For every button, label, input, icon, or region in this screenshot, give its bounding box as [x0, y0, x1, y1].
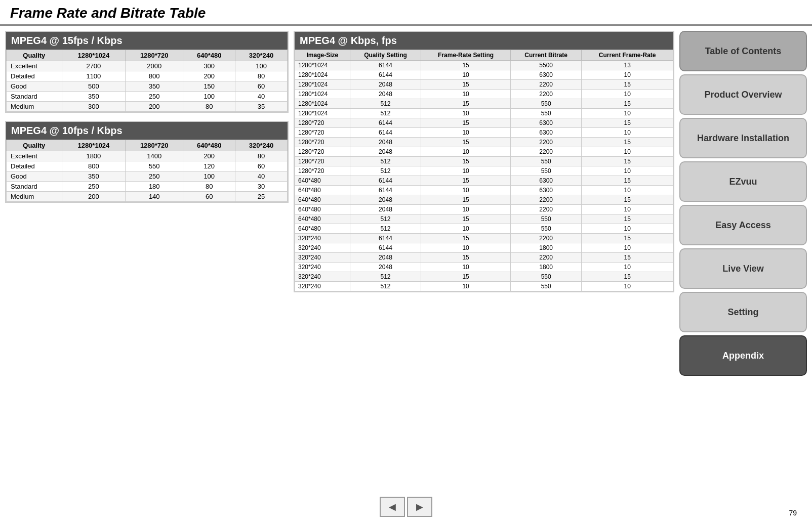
table-row: Good35025010040: [7, 171, 288, 182]
table-row: 1280*720614410630010: [295, 128, 673, 138]
table-row: 1280*720614415630015: [295, 118, 673, 128]
table-row: 1280*1024614410630010: [295, 70, 673, 80]
table-row: 320*240204815220015: [295, 253, 673, 263]
nav-setting-button[interactable]: Setting: [679, 292, 807, 332]
page-number: 79: [789, 509, 797, 517]
table-row: Standard2501808030: [7, 182, 288, 192]
nav-product-overview-button[interactable]: Product Overview: [679, 74, 807, 115]
section1-header: MPEG4 @ 15fps / Kbps: [6, 32, 288, 50]
center-panel: MPEG4 @ Kbps, fps Image-SizeQuality Sett…: [294, 31, 674, 487]
section1-table: Quality1280*10241280*720640*480320*240 E…: [6, 50, 288, 112]
table-row: Good50035015060: [7, 81, 288, 92]
nav-live-view-button[interactable]: Live View: [679, 248, 807, 289]
nav-easy-access-button[interactable]: Easy Access: [679, 205, 807, 245]
table-row: Detailed80055012060: [7, 161, 288, 171]
table-row: 640*480614410630010: [295, 186, 673, 195]
table-row: 640*480204810220010: [295, 205, 673, 214]
table-row: 640*480204815220015: [295, 195, 673, 205]
table-row: 1280*720204815220015: [295, 138, 673, 147]
right-panel: Table of Contents Product Overview Hardw…: [679, 31, 807, 487]
page-header: Frame Rate and Bitrate Table: [0, 0, 812, 26]
center-header: MPEG4 @ Kbps, fps: [295, 32, 673, 50]
table-row: 1280*1024204815220015: [295, 80, 673, 90]
table-row: Excellent27002000300100: [7, 61, 288, 71]
table-row: Detailed110080020080: [7, 71, 288, 81]
table-row: 1280*7205121055010: [295, 166, 673, 176]
nav-appendix-button[interactable]: Appendix: [679, 335, 807, 376]
table-row: 640*4805121555015: [295, 214, 673, 224]
table-row: Excellent1800140020080: [7, 151, 288, 161]
table-row: 320*240614415220015: [295, 234, 673, 243]
table-row: Medium3002008035: [7, 102, 288, 112]
nav-ezvuu-button[interactable]: EZvuu: [679, 161, 807, 202]
table-row: 640*480614415630015: [295, 176, 673, 186]
prev-button[interactable]: ◀: [380, 497, 405, 517]
table-row: 320*240614410180010: [295, 243, 673, 253]
left-panel: MPEG4 @ 15fps / Kbps Quality1280*1024128…: [5, 31, 289, 487]
table-row: 1280*10245121555015: [295, 99, 673, 109]
nav-toc-button[interactable]: Table of Contents: [679, 31, 807, 71]
table-row: 1280*1024614415550013: [295, 61, 673, 70]
table-row: 320*2405121055010: [295, 282, 673, 291]
table-row: Medium2001406025: [7, 192, 288, 202]
table-row: 640*4805121055010: [295, 224, 673, 234]
section2-table: Quality1280*10241280*720640*480320*240 E…: [6, 140, 288, 202]
table-row: 1280*7205121555015: [295, 157, 673, 166]
nav-hardware-installation-button[interactable]: Hardware Installation: [679, 118, 807, 158]
page-title: Frame Rate and Bitrate Table: [10, 5, 206, 21]
section1-wrapper: MPEG4 @ 15fps / Kbps Quality1280*1024128…: [5, 31, 289, 113]
table-row: Standard35025010040: [7, 92, 288, 102]
next-button[interactable]: ▶: [407, 497, 432, 517]
table-row: 1280*10245121055010: [295, 109, 673, 118]
table-row: 320*240204810180010: [295, 263, 673, 272]
center-wrapper: MPEG4 @ Kbps, fps Image-SizeQuality Sett…: [294, 31, 674, 292]
main-content: MPEG4 @ 15fps / Kbps Quality1280*1024128…: [0, 26, 812, 492]
section2-wrapper: MPEG4 @ 10fps / Kbps Quality1280*1024128…: [5, 121, 289, 203]
table-row: 320*2405121555015: [295, 272, 673, 282]
table-row: 1280*720204810220010: [295, 147, 673, 157]
section2-header: MPEG4 @ 10fps / Kbps: [6, 122, 288, 140]
table-row: 1280*1024204810220010: [295, 90, 673, 99]
center-table: Image-SizeQuality SettingFrame-Rate Sett…: [295, 50, 673, 291]
page-footer: ◀ ▶ 79: [0, 492, 812, 522]
